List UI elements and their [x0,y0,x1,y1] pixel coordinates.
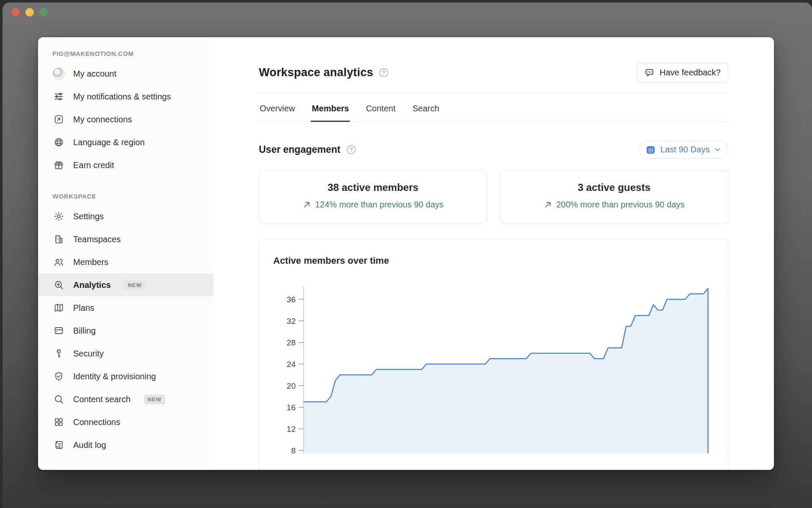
new-badge: NEW [144,395,165,404]
stat-value: 3 active guests [505,182,724,193]
sidebar-item-members[interactable]: Members [38,251,214,273]
map-icon [52,301,65,314]
desktop-backdrop: FIG@MAKENOTION.COM My account My notific… [3,3,812,508]
section-heading: User engagement [259,144,340,155]
tab-members[interactable]: Members [311,93,350,122]
y-tick-label: 28 [287,338,296,347]
sidebar-item-my-account[interactable]: My account [38,62,214,85]
chart-area-fill [304,289,708,454]
sidebar-item-earn-credit[interactable]: Earn credit [38,154,214,177]
sidebar-item-language-region[interactable]: Language & region [38,131,214,154]
help-icon[interactable]: ? [346,145,356,155]
workspace-analytics-panel: Workspace analytics ? Have feedback? [214,37,774,470]
y-tick-label: 16 [287,403,296,412]
active-members-card: 38 active members 124% more than previou… [259,170,487,224]
page-title: Workspace analytics [259,66,373,79]
sidebar-item-teamspaces[interactable]: Teamspaces [38,228,214,251]
account-email-label: FIG@MAKENOTION.COM [38,50,214,57]
arrow-up-right-icon [543,200,552,209]
arrow-up-right-icon [302,200,311,209]
tab-content[interactable]: Content [365,93,396,122]
minimize-window-button[interactable] [25,8,34,17]
gift-icon [52,159,65,171]
grid-icon [52,416,65,428]
have-feedback-button[interactable]: Have feedback? [636,63,728,83]
tab-search[interactable]: Search [411,93,440,122]
sidebar-item-content-search[interactable]: Content search NEW [38,388,214,411]
sidebar-item-connections[interactable]: Connections [38,411,214,433]
new-badge: NEW [124,280,145,290]
y-tick-label: 12 [287,425,296,433]
active-members-area-chart[interactable]: 812162024283236 [273,282,722,453]
speech-bubble-icon [644,67,655,78]
magnifier-sparkle-icon [52,279,65,291]
credit-card-icon [52,324,65,337]
sidebar-item-my-notifications-settings[interactable]: My notifications & settings [38,85,214,108]
help-icon[interactable]: ? [379,68,389,77]
globe-icon [52,136,65,149]
analytics-tabs: Overview Members Content Search [259,93,728,122]
sidebar-item-plans[interactable]: Plans [38,296,214,319]
stat-delta: 124% more than previous 90 days [302,200,444,210]
shield-check-icon [52,370,65,383]
y-tick-label: 20 [287,381,296,390]
window-controls [11,8,48,17]
stat-delta: 200% more than previous 90 days [543,200,685,210]
y-tick-label: 32 [287,317,296,326]
settings-sidebar: FIG@MAKENOTION.COM My account My notific… [38,37,214,470]
sidebar-item-security[interactable]: Security [38,342,214,365]
sidebar-item-audit-log[interactable]: Audit log [38,433,214,456]
svg-text:?: ? [382,69,385,76]
stat-value: 38 active members [263,182,483,193]
active-members-chart-card: Active members over time 812162024283236 [259,239,728,470]
scroll-icon [52,439,65,451]
avatar [52,67,65,80]
gear-icon [52,210,65,223]
sidebar-item-my-connections[interactable]: My connections [38,108,214,131]
arrow-up-right-square-icon [52,113,65,126]
y-tick-label: 24 [287,360,296,369]
search-icon [52,393,65,406]
sidebar-item-analytics[interactable]: Analytics NEW [38,273,214,296]
sidebar-item-settings[interactable]: Settings [38,205,214,228]
chart-title: Active members over time [273,255,728,266]
date-range-dropdown[interactable]: Last 90 Days [639,141,728,159]
zoom-window-button[interactable] [39,8,48,17]
tab-overview[interactable]: Overview [259,93,296,122]
y-tick-label: 8 [291,446,296,453]
svg-text:?: ? [350,146,353,153]
sidebar-item-billing[interactable]: Billing [38,319,214,342]
workspace-section-label: WORKSPACE [38,193,214,200]
calendar-icon [645,144,656,155]
sidebar-item-identity-provisioning[interactable]: Identity & provisioning [38,365,214,388]
close-window-button[interactable] [11,8,20,17]
sliders-icon [52,90,65,103]
chevron-down-icon [714,146,721,153]
building-icon [52,233,65,246]
y-tick-label: 36 [287,295,296,304]
active-guests-card: 3 active guests 200% more than previous … [500,170,728,224]
settings-modal: FIG@MAKENOTION.COM My account My notific… [38,37,774,470]
people-icon [52,256,65,268]
key-icon [52,347,65,360]
